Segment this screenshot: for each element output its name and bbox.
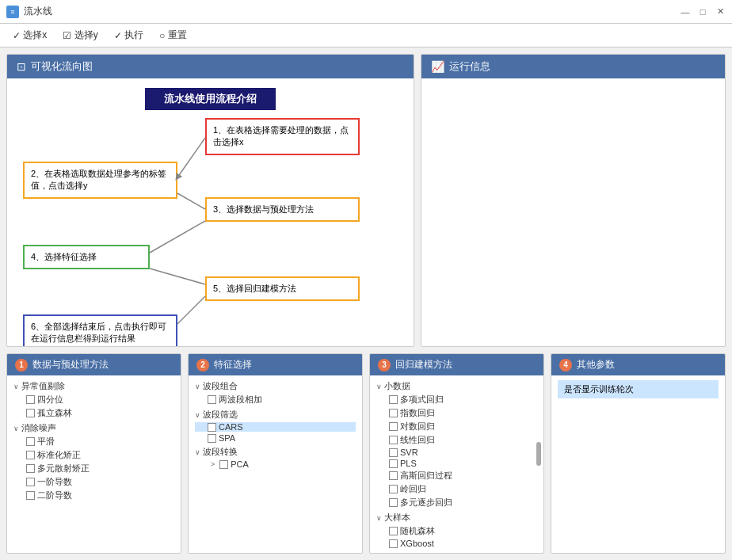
- show-training-row[interactable]: 是否显示训练轮次: [558, 380, 719, 398]
- minimize-button[interactable]: —: [680, 6, 691, 17]
- item-linear-regression[interactable]: 线性回归: [376, 434, 534, 446]
- menu-select-y[interactable]: ☑ 选择y: [56, 25, 104, 45]
- panel-regression-header: 3 回归建模方法: [370, 354, 543, 375]
- checkbox-ridge[interactable]: [389, 485, 398, 493]
- checkbox-linear[interactable]: [389, 436, 398, 444]
- checkbox-poly[interactable]: [389, 395, 398, 404]
- checkbox-log[interactable]: [389, 422, 398, 431]
- item-poly-regression[interactable]: 多项式回归: [376, 394, 534, 406]
- item-ridge[interactable]: 岭回归: [376, 483, 534, 495]
- band-transform-arrow: ∨: [195, 448, 200, 456]
- checkbox-smooth[interactable]: [26, 437, 35, 446]
- window-controls: — □ ✕: [680, 6, 726, 17]
- item-standard-correction[interactable]: 标准化矫正: [13, 449, 174, 461]
- isolation-forest-label: 孤立森林: [37, 407, 72, 419]
- item-smooth[interactable]: 平滑: [13, 436, 174, 448]
- panel-feature: 2 特征选择 ∨ 波段组合 两波段相加: [188, 353, 363, 554]
- info-panel-title: 运行信息: [449, 59, 490, 74]
- checkbox-svr[interactable]: [389, 448, 398, 457]
- large-sample-arrow: ∨: [376, 514, 382, 522]
- checkbox-pls[interactable]: [389, 459, 398, 468]
- quartile-label: 四分位: [37, 394, 63, 406]
- item-pca[interactable]: > PCA: [195, 459, 356, 469]
- group-band-combo-header[interactable]: ∨ 波段组合: [195, 380, 356, 392]
- flow-step-6: 6、全部选择结束后，点击执行即可在运行信息栏得到运行结果: [23, 314, 177, 347]
- checkbox-gaussian[interactable]: [389, 471, 398, 480]
- item-multi-scatter[interactable]: 多元散射矫正: [13, 463, 174, 474]
- panel-2-title: 特征选择: [214, 358, 252, 371]
- item-gaussian[interactable]: 高斯回归过程: [376, 470, 534, 482]
- band-filter-arrow: ∨: [195, 411, 200, 419]
- panel-4-content: 是否显示训练轮次: [551, 375, 725, 403]
- checkbox-pca[interactable]: [219, 460, 228, 469]
- flow-step-1: 1、在表格选择需要处理的数据，点击选择x: [205, 118, 360, 155]
- checkbox-stepwise[interactable]: [389, 498, 398, 507]
- menu-execute[interactable]: ✓ 执行: [108, 25, 150, 45]
- group-band-filter-header[interactable]: ∨ 波段筛选: [195, 409, 356, 421]
- panel-2-num: 2: [196, 359, 209, 371]
- item-pls[interactable]: PLS: [376, 459, 534, 468]
- stepwise-label: 多元逐步回归: [400, 497, 452, 509]
- viz-panel: ⊡ 可视化流向图 流水线使用流程介绍 1、在表格选择需要处理的数据，点击选择x …: [6, 54, 414, 347]
- checkbox-quartile[interactable]: [26, 395, 35, 404]
- band-filter-label: 波段筛选: [203, 409, 238, 421]
- viz-icon: ⊡: [17, 60, 26, 73]
- item-two-band-add[interactable]: 两波段相加: [195, 394, 356, 406]
- menu-bar: ✓ 选择x ☑ 选择y ✓ 执行 ○ 重置: [0, 24, 732, 48]
- checkbox-second-deriv[interactable]: [26, 491, 35, 500]
- item-second-deriv[interactable]: 二阶导数: [13, 490, 174, 501]
- svg-line-3: [150, 269, 205, 284]
- item-cars[interactable]: CARS: [195, 422, 356, 432]
- viz-panel-title: 可视化流向图: [31, 59, 93, 74]
- panel-feature-header: 2 特征选择: [189, 354, 362, 375]
- ridge-label: 岭回归: [400, 483, 426, 495]
- checkbox-standard-correction[interactable]: [26, 451, 35, 459]
- checkbox-spa[interactable]: [208, 434, 216, 443]
- checkbox-isolation-forest[interactable]: [26, 409, 35, 417]
- maximize-button[interactable]: □: [697, 6, 708, 17]
- group-large-sample-header[interactable]: ∨ 大样本: [376, 512, 534, 524]
- item-svr[interactable]: SVR: [376, 448, 534, 457]
- panel-4-title: 其他参数: [577, 358, 615, 371]
- checkbox-exp[interactable]: [389, 409, 398, 417]
- smooth-label: 平滑: [37, 436, 55, 448]
- checkbox-xgboost[interactable]: [389, 539, 398, 548]
- menu-select-x[interactable]: ✓ 选择x: [6, 25, 53, 45]
- group-denoise-header[interactable]: ∨ 消除噪声: [13, 422, 174, 434]
- title-bar: ≡ 流水线 — □ ✕: [0, 0, 732, 24]
- group-anomaly: ∨ 异常值剔除 四分位 孤立森林: [13, 380, 174, 419]
- check-x-icon: ✓: [13, 30, 21, 41]
- checkbox-two-band-add[interactable]: [208, 395, 216, 404]
- item-exp-regression[interactable]: 指数回归: [376, 407, 534, 419]
- check-y-icon: ☑: [63, 30, 71, 41]
- panel-4-num: 4: [559, 359, 572, 371]
- group-small-data-header[interactable]: ∨ 小数据: [376, 380, 534, 392]
- item-log-regression[interactable]: 对数回归: [376, 421, 534, 432]
- checkbox-multi-scatter[interactable]: [26, 464, 35, 473]
- item-stepwise[interactable]: 多元逐步回归: [376, 497, 534, 509]
- menu-reset[interactable]: ○ 重置: [153, 25, 193, 45]
- group-large-sample: ∨ 大样本 随机森林 XGboost: [376, 512, 534, 548]
- info-panel-header: 📈 运行信息: [421, 55, 725, 78]
- group-band-transform-header[interactable]: ∨ 波段转换: [195, 446, 356, 458]
- pca-label: PCA: [231, 459, 249, 469]
- group-anomaly-header[interactable]: ∨ 异常值剔除: [13, 380, 174, 392]
- flow-step-4: 4、选择特征选择: [23, 245, 150, 269]
- close-button[interactable]: ✕: [715, 6, 726, 17]
- checkbox-first-deriv[interactable]: [26, 478, 35, 486]
- pca-expand-arrow[interactable]: >: [211, 460, 215, 468]
- item-isolation-forest[interactable]: 孤立森林: [13, 407, 174, 419]
- item-spa[interactable]: SPA: [195, 433, 356, 443]
- info-panel: 📈 运行信息: [421, 54, 726, 347]
- item-first-deriv[interactable]: 一阶导数: [13, 476, 174, 488]
- item-quartile[interactable]: 四分位: [13, 394, 174, 406]
- flow-step-2: 2、在表格选取数据处理参考的标签值，点击选择y: [23, 162, 177, 199]
- panel-other-header: 4 其他参数: [551, 354, 725, 375]
- item-xgboost[interactable]: XGboost: [376, 539, 534, 548]
- scrollbar-thumb[interactable]: [536, 442, 541, 466]
- panel-preprocess-header: 1 数据与预处理方法: [7, 354, 181, 375]
- item-random-forest[interactable]: 随机森林: [376, 525, 534, 537]
- checkbox-cars[interactable]: [208, 423, 216, 432]
- group-band-filter: ∨ 波段筛选 CARS SPA: [195, 409, 356, 443]
- checkbox-random-forest[interactable]: [389, 527, 398, 535]
